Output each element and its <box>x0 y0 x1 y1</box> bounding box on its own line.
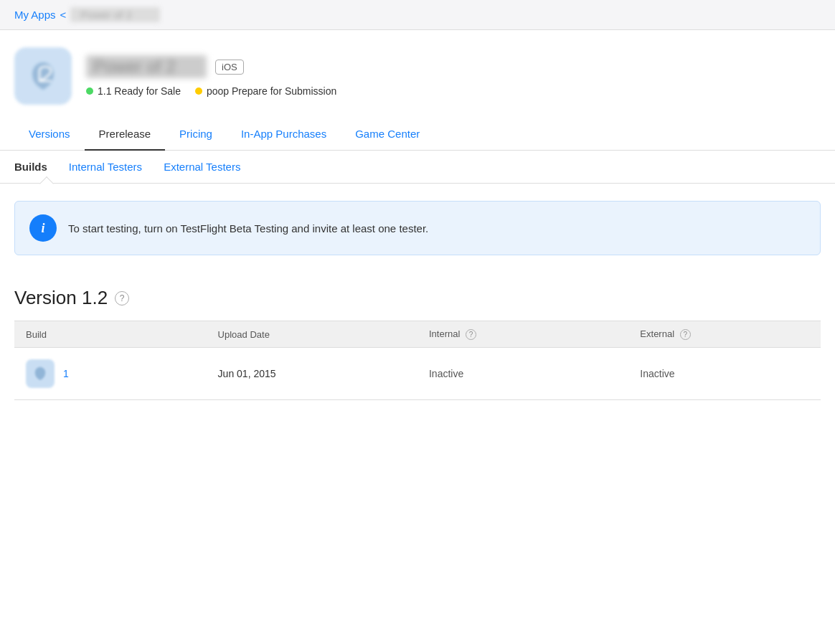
col-header-build: Build <box>14 321 207 348</box>
tab-versions[interactable]: Versions <box>14 118 85 150</box>
version-title: Version 1.2 <box>14 287 108 309</box>
info-icon-letter: i <box>41 221 44 236</box>
tab-in-app-purchases[interactable]: In-App Purchases <box>227 118 341 150</box>
col-external-label: External <box>640 328 674 339</box>
tab-pricing[interactable]: Pricing <box>165 118 227 150</box>
col-internal-label: Internal <box>429 328 460 339</box>
col-upload-label: Upload Date <box>218 329 270 340</box>
table-row: 1 Jun 01, 2015 Inactive Inactive <box>14 348 821 400</box>
external-status-cell: Inactive <box>628 348 821 400</box>
app-breadcrumb: Power of 2 <box>70 7 160 22</box>
upload-date-value: Jun 01, 2015 <box>218 368 276 379</box>
tab-prerelease[interactable]: Prerelease <box>85 118 166 150</box>
main-tabs: Versions Prerelease Pricing In-App Purch… <box>0 118 835 151</box>
internal-status-cell: Inactive <box>418 348 628 400</box>
external-status-value: Inactive <box>640 368 674 379</box>
sub-tabs: Builds Internal Testers External Testers <box>0 151 835 184</box>
col-header-internal: Internal ? <box>418 321 628 348</box>
breadcrumb-separator: < <box>60 9 67 21</box>
internal-status-value: Inactive <box>429 368 463 379</box>
subtab-external-testers[interactable]: External Testers <box>164 151 255 183</box>
page-wrapper: My Apps < Power of 2 Power of 2 iOS 1.1 … <box>0 0 835 644</box>
yellow-dot-icon <box>195 87 202 95</box>
info-icon: i <box>29 214 57 242</box>
app-info: Power of 2 iOS 1.1 Ready for Sale poop P… <box>86 55 336 97</box>
col-header-external: External ? <box>628 321 821 348</box>
version-ready-badge: 1.1 Ready for Sale <box>86 85 181 97</box>
subtab-internal-testers[interactable]: Internal Testers <box>69 151 156 183</box>
upload-date-cell: Jun 01, 2015 <box>207 348 418 400</box>
table-header-row: Build Upload Date Internal ? External ? <box>14 321 821 348</box>
app-title-row: Power of 2 iOS <box>86 55 336 78</box>
version-help-icon[interactable]: ? <box>115 291 129 306</box>
app-title: Power of 2 <box>86 55 207 78</box>
version-section: Version 1.2 ? Build Upload Date Internal… <box>0 273 835 400</box>
subtab-builds[interactable]: Builds <box>14 151 62 183</box>
build-row-icon <box>26 359 55 388</box>
tab-game-center[interactable]: Game Center <box>341 118 434 150</box>
info-banner: i To start testing, turn on TestFlight B… <box>14 201 821 255</box>
app-icon <box>14 47 72 105</box>
version-title-row: Version 1.2 ? <box>14 287 821 309</box>
ios-badge: iOS <box>215 60 244 75</box>
top-nav: My Apps < Power of 2 <box>0 0 835 30</box>
app-header: Power of 2 iOS 1.1 Ready for Sale poop P… <box>0 30 835 118</box>
col-build-label: Build <box>26 329 47 340</box>
info-banner-text: To start testing, turn on TestFlight Bet… <box>68 222 428 235</box>
build-cell: 1 <box>14 348 207 400</box>
internal-help-icon[interactable]: ? <box>466 329 476 340</box>
green-dot-icon <box>86 87 93 95</box>
build-number-link[interactable]: 1 <box>63 368 69 379</box>
version-preparing-badge: poop Prepare for Submission <box>195 85 336 97</box>
col-header-upload-date: Upload Date <box>207 321 418 348</box>
version-badges: 1.1 Ready for Sale poop Prepare for Subm… <box>86 85 336 97</box>
version-ready-label: 1.1 Ready for Sale <box>98 85 181 97</box>
builds-table: Build Upload Date Internal ? External ? <box>14 321 821 400</box>
version-preparing-label: poop Prepare for Submission <box>207 85 336 97</box>
external-help-icon[interactable]: ? <box>680 329 691 340</box>
my-apps-link[interactable]: My Apps <box>14 9 56 21</box>
